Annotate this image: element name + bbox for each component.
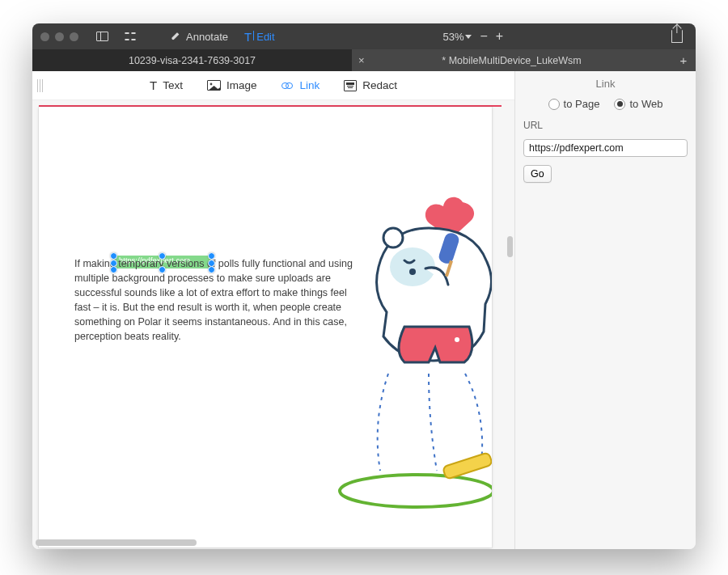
radio-to-web-label: to Web (629, 98, 662, 110)
zoom-out-button[interactable]: − (480, 30, 487, 43)
new-tab-button[interactable]: + (671, 49, 696, 71)
editor-pane: T Text Image Link Redact (32, 71, 514, 549)
svg-point-2 (409, 268, 416, 275)
scrollbar-horizontal[interactable] (36, 539, 328, 546)
link-icon (281, 82, 294, 90)
share-icon (671, 30, 683, 43)
tool-image-label: Image (226, 79, 257, 91)
go-button[interactable]: Go (523, 165, 552, 183)
svg-point-5 (455, 337, 459, 342)
traffic-max[interactable] (70, 32, 78, 41)
url-input[interactable] (523, 139, 688, 157)
tool-text-label: Text (163, 79, 183, 91)
radio-to-web[interactable]: to Web (614, 98, 662, 110)
sidebar-icon (96, 32, 108, 41)
text-icon: T (150, 78, 157, 92)
radio-to-page[interactable]: to Page (548, 98, 600, 110)
page[interactable]: https://pdfexpert.com If making temporar… (39, 107, 492, 548)
scrollbar-thumb[interactable] (36, 539, 197, 546)
sidebar-toggle[interactable] (91, 23, 113, 49)
edit-label: Edit (256, 31, 274, 43)
thumbnails-toggle[interactable] (120, 23, 141, 49)
selection-handle[interactable] (159, 266, 166, 273)
tool-image[interactable]: Image (204, 79, 260, 91)
svg-point-0 (383, 228, 403, 247)
tool-text[interactable]: T Text (146, 78, 186, 92)
share-button[interactable] (667, 23, 688, 49)
scrollbar-vertical[interactable] (507, 100, 513, 549)
app-window: Annotate T Edit 53% − + 10239-visa-2341-… (32, 23, 696, 549)
text-cursor-icon: T (244, 30, 252, 44)
app-body: T Text Image Link Redact (32, 71, 696, 549)
radio-icon (548, 99, 560, 110)
image-icon (207, 80, 221, 91)
scrollbar-thumb[interactable] (507, 236, 513, 257)
edit-toolbar: T Text Image Link Redact (32, 71, 514, 100)
selection-handle[interactable] (110, 266, 117, 273)
traffic-close[interactable] (40, 32, 49, 41)
inspector-title: Link (523, 78, 688, 90)
thumbnails-icon (125, 31, 136, 42)
zoom-dropdown[interactable]: 53% (442, 31, 472, 43)
selection-handle[interactable] (208, 266, 215, 273)
titlebar: Annotate T Edit 53% − + (32, 23, 696, 49)
tab-label: * MobileMultiDevice_LukeWsm (442, 55, 581, 66)
tab-item[interactable]: × * MobileMultiDevice_LukeWsm (352, 49, 671, 71)
svg-point-6 (340, 475, 492, 507)
link-target-group: to Page to Web (523, 98, 688, 110)
tool-redact[interactable]: Redact (341, 79, 400, 91)
annotate-mode[interactable]: Annotate (165, 23, 233, 49)
redact-icon (344, 80, 357, 91)
traffic-min[interactable] (55, 32, 64, 41)
svg-rect-7 (442, 452, 492, 480)
chevron-down-icon (465, 35, 472, 39)
zoom-controls: 53% − + (442, 30, 503, 43)
radio-to-page-label: to Page (564, 98, 600, 110)
tab-item[interactable]: 10239-visa-2341-7639-3017 (32, 49, 352, 71)
tab-label: 10239-visa-2341-7639-3017 (129, 55, 256, 66)
selection-handle[interactable] (208, 252, 215, 260)
pen-icon (170, 31, 181, 42)
radio-icon (614, 99, 625, 110)
annotate-label: Annotate (186, 31, 228, 43)
tool-link-label: Link (299, 79, 320, 91)
tool-redact-label: Redact (362, 79, 397, 91)
canvas[interactable]: https://pdfexpert.com If making temporar… (32, 100, 514, 549)
tab-close-button[interactable]: × (358, 54, 365, 66)
tool-link[interactable]: Link (277, 79, 323, 91)
tab-strip: 10239-visa-2341-7639-3017 × * MobileMult… (32, 49, 696, 71)
edit-mode[interactable]: T Edit (239, 23, 280, 49)
toolbar-drag-handle[interactable] (37, 79, 43, 92)
selection-handle[interactable] (159, 252, 166, 260)
inspector-panel: Link to Page to Web URL Go (514, 71, 696, 549)
traffic-lights[interactable] (40, 32, 78, 41)
illustration (291, 171, 492, 519)
selection-handle[interactable] (110, 252, 117, 260)
zoom-value: 53% (442, 31, 463, 43)
url-label: URL (523, 120, 688, 131)
zoom-in-button[interactable]: + (496, 30, 503, 43)
